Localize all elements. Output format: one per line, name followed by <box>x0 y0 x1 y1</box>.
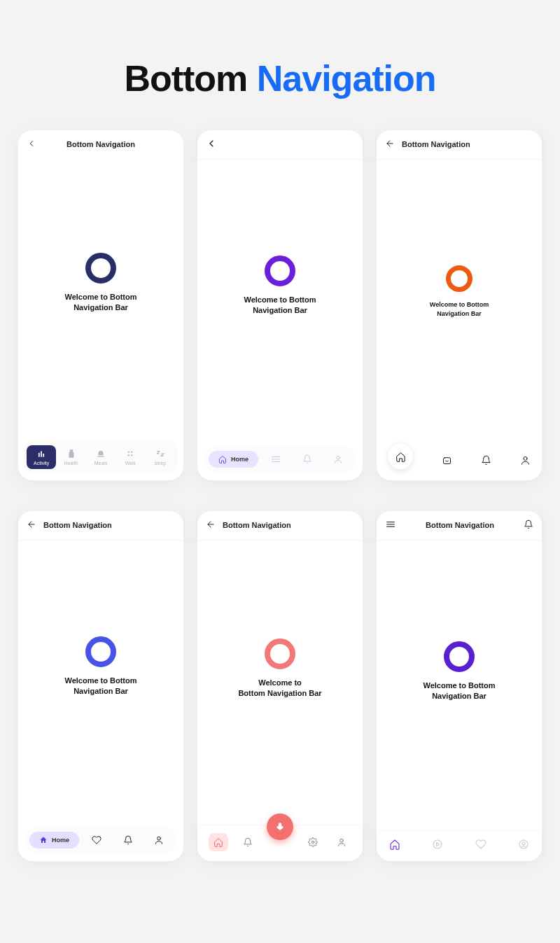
welcome-text: Welcome to Bottom Navigation Bar <box>423 680 495 702</box>
phone-content: Welcome to Bottom Navigation Bar <box>18 158 183 435</box>
phone-header <box>197 130 363 158</box>
loading-ring-icon <box>85 636 116 667</box>
nav-item-home[interactable] <box>389 839 400 853</box>
svg-point-13 <box>336 456 340 459</box>
nav-item-play[interactable] <box>432 839 443 853</box>
loading-ring-icon <box>446 265 472 292</box>
svg-rect-15 <box>444 457 451 463</box>
nav-item-sleep[interactable]: sleep <box>146 445 175 469</box>
bottom-nav: Home <box>25 827 176 853</box>
svg-point-18 <box>157 837 160 840</box>
phone-header: Bottom Navigation <box>18 511 183 539</box>
phone-content: Welcome to Bottom Navigation Bar <box>377 539 542 832</box>
phone-6: Bottom Navigation Welcome to Bottom Navi… <box>377 511 542 861</box>
svg-point-5 <box>128 454 130 456</box>
svg-point-4 <box>132 452 133 453</box>
bottom-nav: Activity Health Meals Walk sleep <box>24 441 178 473</box>
nav-item-meals[interactable]: Meals <box>86 445 115 469</box>
title-part1: Bottom <box>124 58 256 99</box>
svg-point-6 <box>132 454 133 456</box>
welcome-text: Welcome to Bottom Navigation Bar <box>64 676 136 697</box>
nav-item-heart[interactable] <box>475 839 486 853</box>
nav-item-list[interactable] <box>262 454 289 464</box>
bottom-nav: Home <box>204 447 356 472</box>
bell-icon[interactable] <box>524 519 533 531</box>
phone-header: Bottom Navigation <box>377 511 542 539</box>
phone-content: Welcome to Bottom Navigation Bar <box>197 158 363 441</box>
bottom-nav <box>377 454 542 480</box>
nav-item-home[interactable] <box>388 444 413 469</box>
header-title: Bottom Navigation <box>66 140 135 148</box>
page-title: Bottom Navigation <box>0 0 560 99</box>
nav-item-home[interactable]: Home <box>209 451 258 468</box>
nav-item-heart[interactable] <box>83 835 110 845</box>
svg-rect-0 <box>38 453 40 457</box>
nav-item-home[interactable] <box>209 833 228 851</box>
svg-rect-2 <box>43 454 45 457</box>
phone-content: Welcome to Bottom Navigation Bar <box>18 539 183 822</box>
nav-item-settings[interactable] <box>303 837 323 847</box>
welcome-text: Welcome to Bottom Navigation Bar <box>430 300 489 318</box>
nav-item-user[interactable] <box>325 454 351 464</box>
nav-item-bell[interactable] <box>481 455 491 468</box>
loading-ring-icon <box>444 641 475 672</box>
svg-point-10 <box>272 456 273 457</box>
nav-item-profile[interactable] <box>518 839 529 853</box>
loading-ring-icon <box>85 253 116 284</box>
svg-point-21 <box>312 841 314 844</box>
welcome-text: Welcome to Bottom Navigation Bar <box>238 678 321 699</box>
back-arrow-icon[interactable] <box>385 139 395 150</box>
back-chevron-icon[interactable] <box>27 139 36 150</box>
back-arrow-icon[interactable] <box>27 519 36 531</box>
svg-rect-1 <box>41 452 42 457</box>
nav-item-bell[interactable] <box>114 835 141 845</box>
phone-4: Bottom Navigation Welcome to Bottom Navi… <box>18 511 183 861</box>
welcome-text: Welcome to Bottom Navigation Bar <box>64 292 136 314</box>
title-part2: Navigation <box>257 58 436 99</box>
nav-item-user[interactable] <box>332 837 351 847</box>
nav-label: Walk <box>125 461 136 466</box>
nav-label: Health <box>64 461 78 466</box>
phone-header: Bottom Navigation <box>18 130 183 158</box>
header-title: Bottom Navigation <box>223 521 291 529</box>
back-arrow-icon[interactable] <box>206 519 216 531</box>
phone-1: Bottom Navigation Welcome to Bottom Navi… <box>18 130 183 480</box>
header-title: Bottom Navigation <box>426 521 494 529</box>
svg-point-12 <box>272 461 273 462</box>
nav-item-health[interactable]: Health <box>56 445 85 469</box>
nav-item-walk[interactable]: Walk <box>115 445 145 469</box>
svg-point-28 <box>519 840 528 848</box>
nav-label: Activity <box>34 461 49 466</box>
nav-item-user[interactable] <box>146 835 172 845</box>
nav-label: Meals <box>94 461 108 466</box>
svg-point-29 <box>522 842 525 845</box>
nav-item-inbox[interactable] <box>442 455 452 468</box>
nav-label: sleep <box>154 461 166 466</box>
nav-item-bell[interactable] <box>238 837 258 847</box>
phone-header: Bottom Navigation <box>377 130 542 158</box>
bottom-nav <box>377 832 542 861</box>
phone-header: Bottom Navigation <box>197 511 363 539</box>
loading-ring-icon <box>265 638 295 669</box>
menu-icon[interactable] <box>385 519 396 531</box>
nav-label: Home <box>52 837 69 844</box>
svg-point-11 <box>272 459 273 459</box>
nav-label: Home <box>231 456 248 463</box>
nav-item-user[interactable] <box>520 455 531 468</box>
svg-point-16 <box>524 456 527 460</box>
bottom-nav <box>197 826 363 861</box>
nav-item-home[interactable]: Home <box>29 832 79 848</box>
fab-mic[interactable] <box>267 813 293 840</box>
phone-content: Welcome to Bottom Navigation Bar <box>197 539 363 826</box>
back-chevron-icon[interactable] <box>206 138 217 151</box>
svg-marker-27 <box>437 842 440 846</box>
welcome-text: Welcome to Bottom Navigation Bar <box>244 295 316 316</box>
header-title: Bottom Navigation <box>402 140 470 148</box>
phone-3: Bottom Navigation Welcome to Bottom Navi… <box>377 130 542 480</box>
phone-5: Bottom Navigation Welcome to Bottom Navi… <box>197 511 363 861</box>
nav-item-bell[interactable] <box>293 454 320 464</box>
nav-item-activity[interactable]: Activity <box>27 445 56 469</box>
phone-grid: Bottom Navigation Welcome to Bottom Navi… <box>0 99 560 861</box>
header-title: Bottom Navigation <box>43 521 112 529</box>
phone-content: Welcome to Bottom Navigation Bar <box>377 158 542 454</box>
